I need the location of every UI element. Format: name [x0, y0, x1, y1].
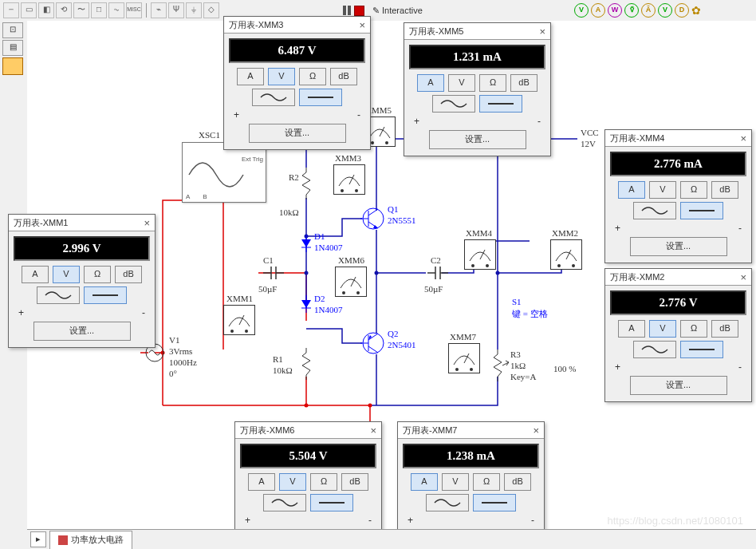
btn-v[interactable]: V [53, 266, 80, 283]
probe-w[interactable]: W [608, 3, 622, 18]
btn-ac[interactable] [633, 202, 676, 219]
btn-settings[interactable]: 设置... [429, 130, 526, 149]
tab-active[interactable]: 功率放大电路 [49, 531, 132, 549]
diode-d1[interactable] [300, 235, 313, 252]
btn-v[interactable]: V [649, 320, 676, 338]
close-icon[interactable]: × [533, 425, 539, 436]
btn-db[interactable]: dB [510, 74, 537, 92]
btn-settings[interactable]: 设置... [630, 376, 727, 395]
btn-db[interactable]: dB [711, 320, 738, 338]
btn-db[interactable]: dB [504, 473, 531, 491]
tbtn[interactable]: ◧ [38, 2, 54, 18]
tbtn[interactable]: □ [91, 2, 107, 18]
resistor-r1[interactable] [301, 348, 311, 380]
btn-ac[interactable] [633, 341, 676, 358]
probe-a[interactable]: A [591, 3, 605, 18]
gear-icon[interactable]: ✿ [691, 4, 701, 17]
multimeter-xmm3[interactable]: 万用表-XMM3× 6.487 V AVΩdB +- 设置... [223, 16, 371, 150]
btn-db[interactable]: dB [115, 266, 142, 283]
btn-ac[interactable] [426, 494, 469, 511]
xmm2-icon[interactable] [550, 239, 582, 270]
btn-a[interactable]: A [417, 74, 444, 92]
multimeter-xmm2[interactable]: 万用表-XMM2× 2.776 V AVΩdB +- 设置... [604, 268, 752, 402]
multimeter-xmm1[interactable]: 万用表-XMM1× 2.996 V A V Ω dB +- 设置... [8, 214, 156, 348]
btn-dc[interactable] [680, 341, 723, 358]
tbtn[interactable]: ⎓ [3, 2, 19, 18]
diode-d2[interactable] [300, 295, 313, 313]
btn-a[interactable]: A [22, 266, 49, 283]
close-icon[interactable]: × [359, 19, 365, 31]
btn-settings[interactable]: 设置... [249, 124, 346, 143]
xmm3-icon[interactable] [333, 164, 365, 195]
tbtn[interactable]: ⏦ [108, 2, 124, 18]
btn-db[interactable]: dB [341, 473, 368, 491]
multimeter-xmm4[interactable]: 万用表-XMM4× 2.776 mA AVΩdB +- 设置... [604, 129, 752, 263]
mode-selector[interactable]: ✎ Interactive [368, 6, 427, 16]
tbtn[interactable]: ⌁ [151, 2, 167, 18]
btn-ohm[interactable]: Ω [473, 473, 500, 491]
btn-ac[interactable] [432, 95, 475, 113]
close-icon[interactable]: × [740, 271, 746, 283]
btn-dc[interactable] [310, 494, 353, 511]
btn-v[interactable]: V [649, 181, 676, 199]
lbtn[interactable]: ▤ [2, 40, 23, 56]
transistor-q2[interactable] [360, 329, 384, 357]
btn-a[interactable]: A [411, 473, 438, 491]
btn-dc[interactable] [479, 95, 522, 113]
btn-settings[interactable]: 设置... [33, 322, 131, 341]
probe-d[interactable]: D [675, 3, 689, 18]
btn-v[interactable]: V [268, 68, 295, 85]
capacitor-c1[interactable] [263, 263, 284, 282]
btn-a[interactable]: A [237, 68, 264, 85]
btn-ohm[interactable]: Ω [310, 473, 337, 491]
btn-db[interactable]: dB [711, 181, 738, 199]
probe-v3[interactable]: V [658, 3, 672, 18]
tbtn[interactable]: 〜 [73, 2, 89, 18]
close-icon[interactable]: × [539, 26, 545, 38]
btn-ohm[interactable]: Ω [299, 68, 326, 85]
btn-ac[interactable] [37, 286, 80, 304]
btn-v[interactable]: V [279, 473, 306, 491]
tbtn[interactable]: ⏚ [186, 2, 202, 18]
close-icon[interactable]: × [740, 132, 746, 144]
btn-ohm[interactable]: Ω [479, 74, 506, 92]
transistor-q1[interactable] [360, 204, 384, 233]
btn-v[interactable]: V [448, 74, 475, 92]
close-icon[interactable]: × [370, 425, 376, 436]
probe-v2[interactable]: ṽ [624, 3, 639, 18]
btn-a[interactable]: A [248, 473, 275, 491]
probe-a2[interactable]: Ã [641, 3, 656, 18]
hierarchy-button[interactable] [2, 57, 23, 75]
btn-dc[interactable] [680, 202, 723, 219]
btn-ohm[interactable]: Ω [680, 320, 707, 338]
xmm7-icon[interactable] [448, 343, 480, 373]
btn-db[interactable]: dB [330, 68, 357, 85]
btn-dc[interactable] [473, 494, 516, 511]
btn-dc[interactable] [299, 89, 342, 106]
btn-a[interactable]: A [618, 181, 645, 199]
btn-ohm[interactable]: Ω [680, 181, 707, 199]
lbtn[interactable]: ⊡ [2, 22, 23, 38]
tbtn[interactable]: ◇ [203, 2, 219, 18]
potentiometer-r3[interactable] [493, 350, 509, 381]
capacitor-c2[interactable] [427, 263, 448, 282]
tbtn[interactable]: ▭ [21, 2, 37, 18]
tab-scroll[interactable]: ▸ [30, 531, 46, 547]
tbtn[interactable]: ⟲ [56, 2, 72, 18]
btn-ac[interactable] [263, 494, 306, 511]
xmm6-icon[interactable] [335, 267, 367, 297]
oscilloscope-xsc1[interactable]: XSC1 Ext Trig AB [182, 142, 266, 203]
btn-dc[interactable] [84, 286, 127, 304]
multimeter-xmm5[interactable]: 万用表-XMM5× 1.231 mA AVΩdB +- 设置... [404, 22, 551, 156]
probe-v[interactable]: V [574, 3, 589, 18]
resistor-r2[interactable] [301, 168, 311, 199]
btn-v[interactable]: V [442, 473, 469, 491]
close-icon[interactable]: × [144, 217, 150, 229]
xmm1-icon[interactable] [223, 305, 255, 335]
btn-ohm[interactable]: Ω [84, 266, 111, 283]
btn-settings[interactable]: 设置... [630, 237, 727, 256]
xmm4-icon[interactable] [464, 239, 496, 270]
tbtn[interactable]: MISC [126, 2, 142, 18]
tbtn[interactable]: Ψ [168, 2, 184, 18]
btn-ac[interactable] [252, 89, 295, 106]
